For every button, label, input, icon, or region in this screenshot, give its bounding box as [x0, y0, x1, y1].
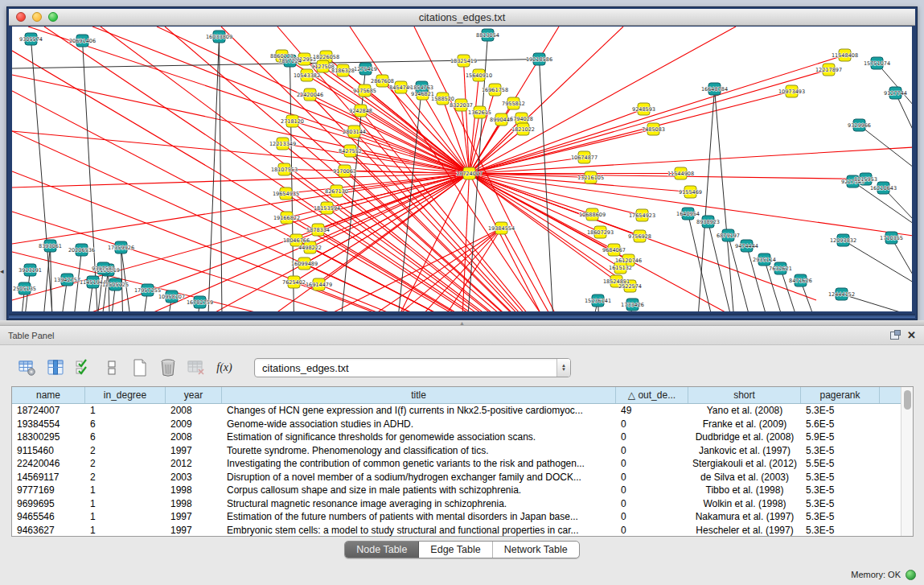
network-node-label: 9756928	[628, 233, 651, 240]
column-header-in_degree[interactable]: in_degree	[85, 387, 166, 403]
table-cell: Embryonic stem cells: a model to study s…	[222, 524, 616, 538]
table-row[interactable]: 946362711997Embryonic stem cells: a mode…	[12, 524, 913, 538]
table-selector-dropdown[interactable]: citations_edges.txt ▲▼	[254, 358, 571, 377]
table-vertical-scrollbar[interactable]	[901, 387, 913, 536]
table-cell: 5.3E-5	[801, 524, 880, 538]
network-node-label: 8454749	[389, 84, 413, 91]
float-panel-icon[interactable]	[890, 332, 899, 340]
column-header-title[interactable]: title	[222, 387, 616, 403]
memory-status-indicator[interactable]	[906, 570, 916, 580]
column-header-year[interactable]: year	[166, 387, 222, 403]
table-cell: 2008	[166, 404, 222, 418]
tab-edge-table[interactable]: Edge Table	[419, 542, 492, 558]
network-node-label: 8267130	[325, 188, 348, 195]
network-edge	[860, 126, 913, 168]
table-cell: 2012	[166, 457, 222, 471]
divider-grip-icon[interactable]: ▲	[459, 321, 467, 325]
table-row[interactable]: 1830029562008Estimation of significance …	[12, 431, 913, 444]
column-header-out_de[interactable]: △ out_de...	[616, 387, 688, 403]
select-column-icon[interactable]	[46, 358, 65, 377]
network-node-label: 16782759	[187, 299, 213, 306]
table-cell: 2	[85, 457, 166, 471]
network-node-label: 16033809	[206, 34, 232, 40]
network-node-label: 12505125	[102, 282, 129, 288]
table-cell: 5.3E-5	[801, 471, 880, 484]
window-bottom-border	[9, 314, 915, 318]
column-header-name[interactable]: name	[12, 387, 85, 403]
close-panel-icon[interactable]: ✕	[907, 330, 916, 340]
table-cell: 1	[85, 524, 166, 538]
network-node-label: 2505135	[13, 286, 36, 292]
panel-divider[interactable]: ▲	[0, 320, 924, 326]
table-cell: 9777169	[12, 484, 85, 497]
table-cell: Wolkin et al. (1998)	[688, 497, 801, 511]
table-cell: Tourette syndrome. Phenomenology and cla…	[222, 444, 616, 458]
table-cell: 1	[85, 404, 166, 418]
table-row[interactable]: 1456911722003Disruption of a novel membe…	[12, 471, 913, 484]
column-header-pagerank[interactable]: pagerank	[801, 387, 880, 403]
table-cell: Franke et al. (2009)	[688, 418, 801, 431]
network-node-label: 7485083	[642, 126, 665, 133]
table-cell: 2	[85, 471, 166, 484]
network-node-label: 16210643	[870, 185, 897, 192]
network-window-titlebar[interactable]: citations_edges.txt	[9, 9, 915, 26]
table-cell: 5.5E-5	[801, 457, 880, 471]
table-cell: 1	[85, 484, 166, 497]
network-node-label: 9305574	[19, 36, 43, 43]
table-settings-icon[interactable]	[18, 358, 37, 377]
table-cell: 49	[616, 404, 688, 418]
table-cell: Stergiakouli et al. (2012)	[688, 457, 801, 471]
tab-network-table[interactable]: Network Table	[493, 542, 579, 558]
desktop-background: ◂ citations_edges.txt	[0, 0, 924, 320]
function-icon[interactable]: f(x)	[215, 358, 234, 377]
select-rows-check-icon[interactable]	[74, 358, 93, 377]
network-node-label: 8215953	[854, 176, 877, 183]
dropdown-stepper-icon[interactable]: ▲▼	[556, 359, 570, 377]
table-row[interactable]: 1938455462009Genome-wide association stu…	[12, 418, 913, 431]
table-row[interactable]: 969969511998Structural magnetic resonanc…	[12, 497, 913, 511]
network-canvas[interactable]: 1872400788601238912955182260589127508818…	[12, 27, 912, 311]
network-node-label: 12444152	[828, 291, 855, 298]
table-row[interactable]: 977716911998Corpus callosum shape and si…	[12, 484, 913, 497]
network-node-label: 9397587	[92, 266, 115, 272]
table-cell: Nakamura et al. (1997)	[688, 510, 801, 524]
network-node-label: 12213349	[269, 141, 296, 147]
network-node-label: 5878334	[306, 227, 330, 233]
splitpane-collapse-arrow[interactable]: ◂	[0, 267, 4, 275]
network-node-label: 1615132	[609, 265, 632, 271]
table-cell: 0	[616, 484, 688, 497]
network-node-label: 9170063	[333, 168, 356, 175]
table-row[interactable]: 946554611997Estimation of the future num…	[12, 510, 913, 524]
new-table-icon[interactable]	[130, 358, 150, 377]
tab-node-table[interactable]: Node Table	[345, 542, 419, 558]
table-cell: 5.3E-5	[801, 510, 880, 524]
network-edge	[470, 147, 913, 174]
network-view-window[interactable]: citations_edges.txt 18724007886012389129…	[6, 6, 918, 320]
network-node-label: 8427552	[339, 148, 362, 154]
network-edge	[715, 89, 741, 312]
network-node-label: 7857224	[278, 58, 302, 64]
table-row[interactable]: 911546021997Tourette syndrome. Phenomeno…	[12, 444, 913, 458]
table-row[interactable]: 2242004622012Investigating the contribut…	[12, 457, 913, 471]
network-node-label: 18724007	[456, 171, 483, 177]
delete-table-icon[interactable]	[158, 358, 178, 377]
network-node-label: 15136141	[585, 298, 611, 304]
column-header-short[interactable]: short	[688, 387, 801, 403]
network-node-label: 16914479	[306, 282, 332, 288]
table-cell: 6	[85, 431, 166, 444]
network-node-label: 1821022	[511, 126, 535, 133]
table-selector-value: citations_edges.txt	[255, 362, 556, 374]
table-cell: 2008	[166, 431, 222, 444]
network-node-label: 13942757	[54, 277, 80, 283]
table-cell: 5.6E-5	[801, 418, 880, 431]
table-cell: Hescheler et al. (1997)	[688, 524, 801, 538]
table-cell: de Silva et al. (2003)	[688, 471, 801, 484]
network-node-label: 9242848	[349, 108, 372, 114]
network-node-label: 1640954	[676, 211, 700, 217]
table-cell: 1	[85, 497, 166, 511]
scrollbar-thumb[interactable]	[904, 390, 911, 410]
rows-icon[interactable]	[102, 358, 121, 377]
network-node-label: 11544908	[667, 171, 694, 177]
table-row[interactable]: 1872400712008Changes of HCN gene express…	[12, 404, 913, 418]
table-cell: 1997	[166, 444, 222, 458]
